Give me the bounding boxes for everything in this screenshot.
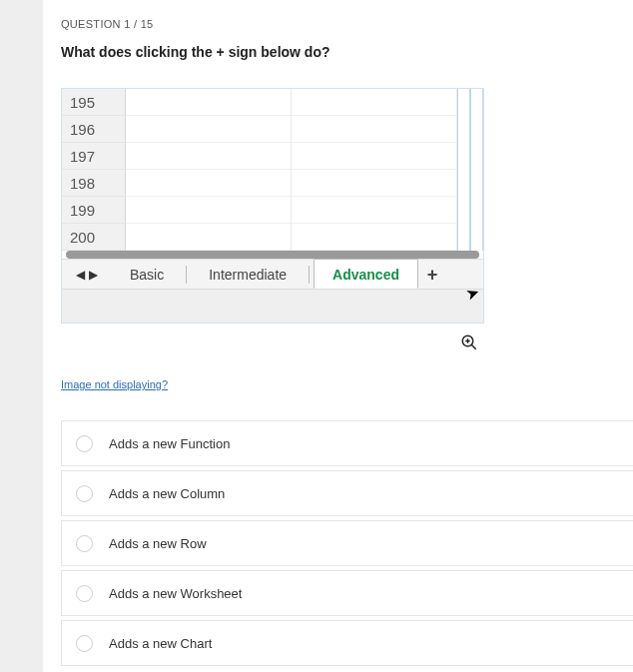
sheet-tabs-row: ◀ ▶ Basic Intermediate Advanced + ➤ <box>62 259 483 289</box>
radio-icon <box>76 435 93 452</box>
radio-icon <box>76 485 93 502</box>
sheet-tab-basic[interactable]: Basic <box>112 260 182 290</box>
answer-label: Adds a new Row <box>109 536 207 551</box>
tab-separator <box>309 266 310 284</box>
answer-label: Adds a new Function <box>109 436 230 451</box>
answer-option[interactable]: Adds a new Column <box>61 470 633 516</box>
sheet-tab-advanced[interactable]: Advanced <box>314 259 418 289</box>
radio-icon <box>76 635 93 652</box>
answer-label: Adds a new Worksheet <box>109 586 242 601</box>
spreadsheet-edge-columns <box>457 89 483 251</box>
add-sheet-button[interactable]: + <box>418 261 446 289</box>
row-number: 198 <box>62 170 126 197</box>
embedded-screenshot: 195 196 197 198 199 200 <box>61 88 484 324</box>
triangle-right-icon: ▶ <box>89 268 98 282</box>
question-panel: QUESTION 1 / 15 What does clicking the +… <box>43 0 633 672</box>
answer-option[interactable]: Adds a new Row <box>61 520 633 566</box>
answer-list: Adds a new Function Adds a new Column Ad… <box>61 420 633 666</box>
zoom-in-icon[interactable] <box>460 334 478 356</box>
radio-icon <box>76 535 93 552</box>
svg-line-1 <box>471 344 476 349</box>
row-number: 196 <box>62 116 126 143</box>
sheet-tab-intermediate[interactable]: Intermediate <box>191 260 305 290</box>
triangle-left-icon: ◀ <box>76 268 85 282</box>
sheet-nav-arrows[interactable]: ◀ ▶ <box>62 268 112 282</box>
answer-label: Adds a new Column <box>109 486 225 501</box>
radio-icon <box>76 585 93 602</box>
row-number: 197 <box>62 143 126 170</box>
answer-option[interactable]: Adds a new Chart <box>61 620 633 666</box>
question-counter: QUESTION 1 / 15 <box>61 18 633 30</box>
tab-separator <box>186 266 187 284</box>
row-numbers-column: 195 196 197 198 199 200 <box>62 89 126 251</box>
screenshot-footer-pad <box>62 289 483 323</box>
question-text: What does clicking the + sign below do? <box>61 44 633 60</box>
spreadsheet-columns <box>126 89 457 251</box>
row-number: 195 <box>62 89 126 116</box>
image-not-displaying-link[interactable]: Image not displaying? <box>61 378 168 390</box>
horizontal-scrollbar[interactable] <box>66 251 479 259</box>
answer-option[interactable]: Adds a new Worksheet <box>61 570 633 616</box>
row-number: 199 <box>62 197 126 224</box>
row-number: 200 <box>62 224 126 251</box>
left-gutter <box>0 0 43 672</box>
answer-option[interactable]: Adds a new Function <box>61 420 633 466</box>
answer-label: Adds a new Chart <box>109 636 212 651</box>
